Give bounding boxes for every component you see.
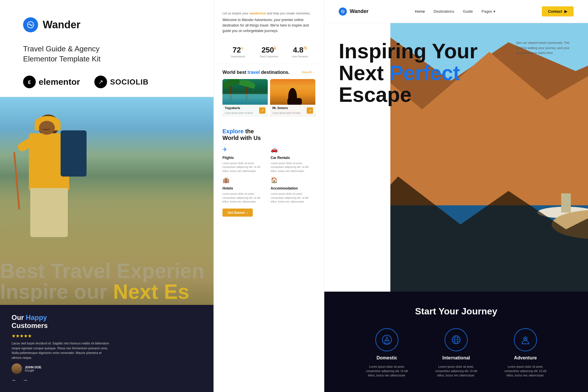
hero-line2-gray: Insp <box>0 280 43 302</box>
accommodation-icon: 🏠 <box>271 177 279 185</box>
hiker-container <box>9 115 95 259</box>
hotel-desc: Lorem ipsum dolor sit amet, consectetur … <box>222 192 267 204</box>
travel-highlight: travel <box>248 70 260 75</box>
brand-section: Wander <box>0 0 214 44</box>
svg-rect-8 <box>561 193 571 213</box>
get-started-label: Get Started <box>228 211 245 214</box>
adventure-name: Adventure <box>514 355 537 361</box>
hero-image-section: Best Travel Experien Inspire our Next Es <box>0 97 214 305</box>
dest-card-semeru[interactable]: Mt. Semeru Lorem ipsum dolor sit amet. ↗ <box>270 79 315 117</box>
semeru-arrow[interactable]: ↗ <box>307 107 313 114</box>
stat-destinations-label: Destinations <box>222 55 253 58</box>
stat-destinations-number: 72> <box>222 46 253 55</box>
car-icon: 🚗 <box>271 146 279 154</box>
right-panel: Wander Home Destinations Guide Pages ▾ C… <box>324 0 588 392</box>
view-all-link[interactable]: View All → <box>302 71 315 74</box>
car-desc: Lorem ipsum dolor sit amet, consectetur … <box>271 162 315 173</box>
yogyakarta-name: Yogyakarta <box>225 106 253 110</box>
explore-title: Explore theWorld with Us <box>222 128 315 141</box>
next-arrow[interactable]: → <box>23 377 28 383</box>
sociolib-logo: ↗ SOCIOLIB <box>94 76 149 88</box>
hero-line2-yellow: Next Es <box>113 280 189 302</box>
get-started-arrow: › <box>246 211 248 214</box>
service-car-rentals: 🚗 Car Rentals Lorem ipsum dolor sit amet… <box>271 146 315 173</box>
flights-name: Flights <box>222 156 267 160</box>
nav-home[interactable]: Home <box>415 9 425 14</box>
stat-destinations: 72> Destinations <box>222 46 253 58</box>
stat-reviews: 4.8/5 User Reviews <box>284 46 315 58</box>
destinations-section: World best travel destinations. View All… <box>214 64 324 122</box>
hiker-pack <box>61 130 87 177</box>
nav-guide[interactable]: Guide <box>463 9 473 14</box>
prev-arrow[interactable]: ← <box>12 377 17 383</box>
journey-options: Domestic Lorem ipsum dolor sit amet, con… <box>339 328 574 378</box>
flights-desc: Lorem ipsum dolor sit amet, consectetur … <box>222 162 267 173</box>
elementor-logo: ε elementor <box>23 76 80 88</box>
hero-line1: Best Travel Experien <box>0 260 214 281</box>
inspire-text: Let us inspire your <box>222 12 249 15</box>
sociolib-text: SOCIOLIB <box>110 78 149 87</box>
contact-arrow: ▶ <box>564 9 567 14</box>
wanderlust-link[interactable]: wanderlust <box>249 12 266 15</box>
right-hero: Inspiring YourNext PerfectEscape Join ou… <box>324 23 588 292</box>
testimonial-body: Lacus sed turpis tincidunt id. Sagittis … <box>12 341 110 360</box>
yogyakarta-footer: Yogyakarta Lorem ipsum dolor sit amet. ↗ <box>222 105 268 117</box>
semeru-name: Mt. Semeru <box>272 106 301 110</box>
semeru-sub: Lorem ipsum dolor sit amet. <box>272 112 301 114</box>
right-hero-headline: Inspiring YourNext PerfectEscape <box>339 40 477 106</box>
yogyakarta-info: Yogyakarta Lorem ipsum dolor sit amet. <box>225 106 253 115</box>
stat-customers: 250k Total Customers <box>253 46 284 58</box>
stat-customers-label: Total Customers <box>253 55 284 58</box>
reviewer-name: JOHN DOE <box>25 365 41 369</box>
inspire-label: Let us inspire your wanderlust and help … <box>222 12 315 15</box>
right-brand-name: Wander <box>350 8 368 14</box>
nav-pages[interactable]: Pages ▾ <box>482 9 495 14</box>
international-name: International <box>442 355 470 361</box>
services-grid: ✈ Flights Lorem ipsum dolor sit amet, co… <box>222 146 315 204</box>
domestic-desc: Lorem ipsum dolor sit amet, consectetur … <box>364 365 410 378</box>
domestic-name: Domestic <box>377 355 397 361</box>
reviewer-source: Google <box>25 369 41 372</box>
perfect-highlight: Perfect <box>389 61 460 85</box>
person-hat <box>287 98 302 105</box>
get-started-button[interactable]: Get Started › <box>222 209 253 217</box>
explore-section: Explore theWorld with Us ✈ Flights Lorem… <box>214 122 324 222</box>
hotel-icon: 🏨 <box>222 177 231 185</box>
brand-logo-icon <box>23 17 38 32</box>
reviewer-avatar <box>12 363 22 374</box>
happy-highlight: Happy <box>26 314 47 321</box>
destination-cards: Yogyakarta Lorem ipsum dolor sit amet. ↗ <box>222 79 315 117</box>
service-accommodation: 🏠 Accommodation Lorem ipsum dolor sit am… <box>271 177 315 204</box>
semeru-footer: Mt. Semeru Lorem ipsum dolor sit amet. ↗ <box>270 105 315 117</box>
sociolib-icon: ↗ <box>94 76 107 88</box>
stat-customers-number: 250k <box>253 46 284 55</box>
hero-line2-insp: ire <box>43 280 74 302</box>
journey-domestic: Domestic Lorem ipsum dolor sit amet, con… <box>364 328 410 378</box>
adventure-desc: Lorem ipsum dolor sit amet, consectetur … <box>502 365 548 378</box>
hiker-pants <box>30 188 68 237</box>
elementor-icon: ε <box>23 76 36 88</box>
destinations-header: World best travel destinations. View All… <box>222 70 315 75</box>
svg-rect-13 <box>386 339 388 341</box>
journey-international: International Lorem ipsum dolor sit amet… <box>433 328 479 378</box>
journey-adventure: Adventure Lorem ipsum dolor sit amet, co… <box>502 328 548 378</box>
inspire-suffix: and help you create memories. <box>266 12 310 15</box>
nav-destinations[interactable]: Destinations <box>434 9 454 14</box>
left-panel: Wander Travel Guide & AgencyElementor Te… <box>0 0 214 392</box>
dest-card-yogyakarta[interactable]: Yogyakarta Lorem ipsum dolor sit amet. ↗ <box>222 79 268 117</box>
right-brand-icon <box>339 7 347 16</box>
international-desc: Lorem ipsum dolor sit amet, consectetur … <box>433 365 479 378</box>
explore-highlight: Explore <box>222 128 245 134</box>
yogyakarta-arrow[interactable]: ↗ <box>259 107 265 114</box>
testimonial-nav[interactable]: ← → <box>12 377 202 383</box>
stat-reviews-label: User Reviews <box>284 55 315 58</box>
adventure-icon-circle <box>514 328 537 351</box>
middle-description: Welcome to Wander Adventures, your premi… <box>222 17 315 34</box>
contact-button[interactable]: Contact ▶ <box>542 6 574 16</box>
pool-water <box>222 94 268 105</box>
hiker-pole <box>13 152 20 210</box>
domestic-icon-circle <box>375 328 398 351</box>
svg-point-21 <box>525 338 526 340</box>
stat-reviews-sup: /5 <box>304 46 307 50</box>
happy-customers-title: Our HappyCustomers <box>12 314 202 330</box>
